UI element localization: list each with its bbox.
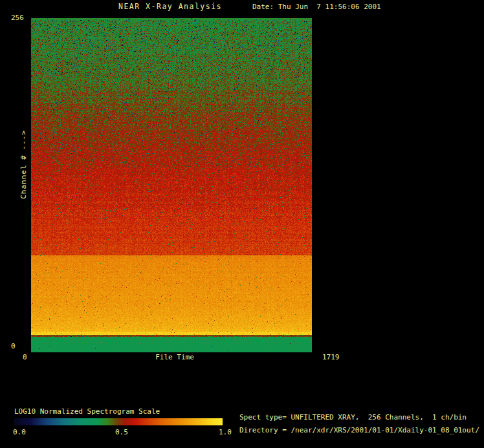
spect-type-line: Spect type= UNFILTERED XRAY, 256 Channel… (239, 413, 467, 421)
near-xray-analysis-window: NEAR X-Ray Analysis Date: Thu Jun 7 11:5… (0, 0, 484, 448)
colorbar-tick-max: 1.0 (219, 428, 232, 436)
x-axis-label: File Time (146, 353, 204, 361)
colorbar-tick-mid: 0.5 (115, 428, 128, 436)
y-axis-bottom-tick: 0 (11, 342, 16, 350)
colorbar-gradient (14, 418, 223, 425)
y-axis-top-tick: 256 (11, 14, 24, 22)
colorbar-title: LOG10 Normalized Spectrogram Scale (14, 407, 160, 416)
page-title: NEAR X-Ray Analysis (118, 3, 222, 11)
directory-line: Directory = /near/xdr/XRS/2001/01-01/Xda… (239, 426, 479, 434)
spectrogram-image (31, 18, 312, 352)
y-axis-label: Channel # ---> (19, 120, 28, 210)
x-axis-left-tick: 0 (23, 353, 27, 361)
colorbar-tick-min: 0.0 (13, 428, 26, 436)
x-axis-right-tick: 1719 (322, 353, 340, 361)
date-label: Date: Thu Jun 7 11:56:06 2001 (252, 3, 381, 11)
